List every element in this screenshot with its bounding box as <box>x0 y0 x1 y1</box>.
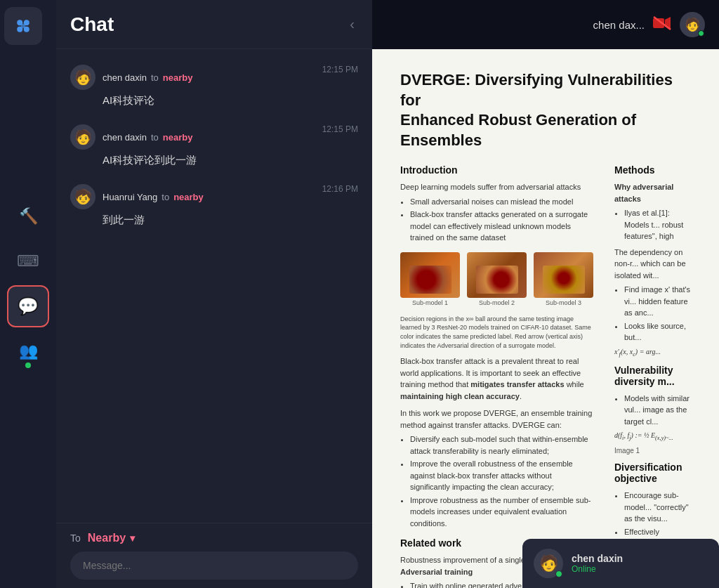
chat-title: Chat <box>70 13 346 36</box>
nav-people[interactable]: 👥 <box>7 330 49 372</box>
message-item: 🧑 chen daxin to nearby 12:15 PM AI科技评论到此… <box>56 116 372 176</box>
message-header: 🧑 chen daxin to nearby 12:15 PM <box>70 124 358 150</box>
avatar: 🧑 <box>70 65 95 90</box>
right-panel: chen dax... 🧑 DVERGE: Diversifying Vulne… <box>372 0 719 588</box>
online-status-dot <box>698 30 704 37</box>
bottom-notification[interactable]: 🧑 chen daxin Online <box>522 539 719 588</box>
channel-label: nearby <box>163 72 193 83</box>
sender-to: to <box>161 192 169 202</box>
transfer-attack-text: Black-box transfer attack is a prevalent… <box>400 355 593 402</box>
message-item: 🧒 Huanrui Yang to nearby 12:16 PM 到此一游 <box>56 176 372 235</box>
figure-2 <box>467 252 527 298</box>
video-off-icon[interactable] <box>653 16 671 34</box>
figure-1 <box>400 252 460 298</box>
sender-line: chen daxin to nearby <box>103 72 322 83</box>
nav-chat[interactable]: 💬 <box>7 285 49 327</box>
people-badge <box>25 362 31 368</box>
paper-figures: Sub-model 1 Sub-model 2 <box>400 252 593 306</box>
intro-text: Deep learning models suffer from adversa… <box>400 181 593 244</box>
figure-3 <box>534 252 593 298</box>
channel-select[interactable]: Nearby ▾ <box>88 532 135 544</box>
avatar: 🧒 <box>70 184 95 209</box>
message-time: 12:16 PM <box>322 184 358 194</box>
sender-name: chen daxin <box>103 132 147 143</box>
remote-user-name: chen dax... <box>593 19 645 31</box>
chat-compose: To Nearby ▾ <box>56 523 372 588</box>
vulnerability-diversity-text: Models with similar vul... image as the … <box>614 393 691 428</box>
right-header: chen dax... 🧑 <box>372 0 719 49</box>
notif-status: Online <box>572 564 708 574</box>
to-row: To Nearby ▾ <box>70 532 358 544</box>
remote-avatar: 🧑 <box>680 12 705 37</box>
feature-formula: x'f(x, xc) = arg... <box>614 348 691 358</box>
figure-1-caption: Sub-model 1 <box>412 299 448 306</box>
message-time: 12:15 PM <box>322 65 358 74</box>
avatar: 🧑 <box>70 124 95 150</box>
tools-icon: 🔨 <box>19 207 38 226</box>
paper-columns: Introduction Deep learning models suffer… <box>400 164 691 588</box>
video-controls: 🧑 <box>653 12 705 37</box>
introduction-heading: Introduction <box>400 164 593 176</box>
image-label: Image 1 <box>614 447 691 455</box>
channel-label: nearby <box>173 192 204 202</box>
camera-off-icon <box>653 16 671 30</box>
message-text: 到此一游 <box>103 212 358 227</box>
notif-online-dot <box>555 570 562 577</box>
sender-line: Huanrui Yang to nearby <box>103 192 322 202</box>
diversification-objective-heading: Diversification objective <box>614 462 691 484</box>
message-item: 🧑 chen daxin to nearby 12:15 PM AI科技评论 <box>56 56 372 116</box>
message-meta: Huanrui Yang to nearby <box>103 192 322 202</box>
sender-name: chen daxin <box>103 72 147 83</box>
chat-icon: 💬 <box>18 296 39 316</box>
paper-content[interactable]: DVERGE: Diversifying Vulnerabilities for… <box>372 49 719 588</box>
app-logo <box>4 7 42 45</box>
messages-container: 🧑 chen daxin to nearby 12:15 PM AI科技评论 🧑 <box>56 49 372 523</box>
message-text: AI科技评论到此一游 <box>103 152 358 167</box>
sender-to: to <box>151 72 159 83</box>
channel-select-label: Nearby <box>88 532 126 544</box>
channel-label: nearby <box>163 132 193 143</box>
paper-title: DVERGE: Diversifying Vulnerabilities for… <box>400 70 691 150</box>
vulnerability-diversity-heading: Vulnerability diversity m... <box>614 365 691 387</box>
nav-keyboard[interactable]: ⌨ <box>7 240 49 282</box>
figure-description: Decision regions in the x∞ ball around t… <box>400 315 593 350</box>
diversity-formula: d(fi, fj) := ½ E(x,y)~... <box>614 431 691 441</box>
message-time: 12:15 PM <box>322 124 358 134</box>
paper-right-col: Methods Why adversarial attacks Ilyas et… <box>614 164 691 588</box>
sender-name: Huanrui Yang <box>103 192 157 202</box>
notif-name: chen daxin <box>572 553 708 564</box>
dverge-intro-text: In this work we propose DVERGE, an ensem… <box>400 407 593 529</box>
back-button[interactable]: ‹ <box>346 13 358 36</box>
chat-panel: Chat ‹ 🧑 chen daxin to nearby 12:15 PM A… <box>56 0 372 588</box>
left-nav: 🔨 ⌨ 💬 👥 <box>0 0 56 588</box>
app-logo-icon <box>12 15 34 37</box>
chat-header: Chat ‹ <box>56 0 372 49</box>
why-transfer-heading: Why adversarial attacks Ilyas et al.[1]:… <box>614 181 691 242</box>
keyboard-icon: ⌨ <box>17 252 39 270</box>
message-meta: chen daxin to nearby <box>103 72 322 83</box>
message-text: AI科技评论 <box>103 93 358 107</box>
nav-tools[interactable]: 🔨 <box>7 195 49 237</box>
sender-line: chen daxin to nearby <box>103 132 322 143</box>
methods-heading: Methods <box>614 164 691 176</box>
people-icon: 👥 <box>19 342 38 360</box>
non-robust-features-text: The dependency on non-r... which can be … <box>614 247 691 344</box>
message-header: 🧒 Huanrui Yang to nearby 12:16 PM <box>70 184 358 209</box>
to-label: To <box>70 533 81 544</box>
notif-info: chen daxin Online <box>572 553 708 574</box>
figure-3-caption: Sub-model 3 <box>546 299 581 306</box>
paper-left-col: Introduction Deep learning models suffer… <box>400 164 593 588</box>
message-header: 🧑 chen daxin to nearby 12:15 PM <box>70 65 358 90</box>
sender-to: to <box>151 132 159 143</box>
chevron-down-icon: ▾ <box>130 533 135 544</box>
svg-point-4 <box>21 24 25 28</box>
message-input[interactable] <box>70 551 358 580</box>
message-meta: chen daxin to nearby <box>103 132 322 143</box>
notif-avatar: 🧑 <box>534 549 563 578</box>
figure-2-caption: Sub-model 2 <box>479 299 515 306</box>
